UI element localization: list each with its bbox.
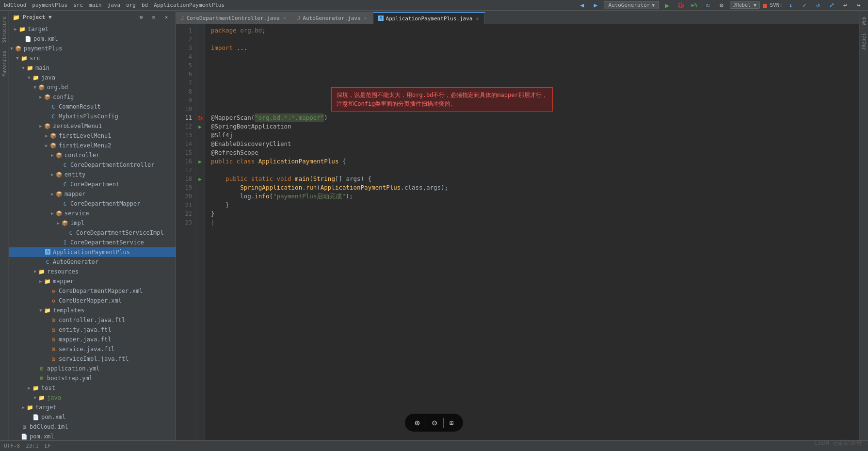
- web-tab[interactable]: Web: [860, 13, 868, 29]
- tree-item-mapper-res[interactable]: ▶ 📁 mapper: [9, 276, 176, 286]
- tree-item-src[interactable]: ▼ 📁 src: [9, 53, 176, 63]
- coverage-button[interactable]: ▶%: [689, 0, 700, 11]
- redo-icon[interactable]: ↪: [853, 0, 864, 11]
- menu-src[interactable]: src: [73, 2, 83, 8]
- tree-item-service-pkg[interactable]: ▶ 📦 service: [9, 209, 176, 218]
- run-config-dropdown[interactable]: AutoGenerator ▼: [604, 1, 659, 9]
- tree-item-coredepartmentcontroller[interactable]: C CoreDepartmentController: [9, 160, 176, 170]
- tree-item-coredepartmentmapper[interactable]: C CoreDepartmentMapper: [9, 199, 176, 209]
- tree-item-coreusermapper-xml[interactable]: ⚙ CoreUserMapper.xml: [9, 296, 176, 306]
- tree-item-entity[interactable]: ▶ 📦 entity: [9, 170, 176, 179]
- tree-item-test[interactable]: ▶ 📁 test: [9, 383, 176, 393]
- favorites-tab[interactable]: Favorites: [0, 47, 8, 81]
- tree-item-pom-paymentplus[interactable]: 📄 pom.xml: [9, 412, 176, 422]
- svn-update-icon[interactable]: ↓: [786, 0, 796, 11]
- tree-item-impl-pkg[interactable]: ▶ 📦 impl: [9, 218, 176, 228]
- menu-paymentplus[interactable]: paymentPlus: [32, 2, 67, 8]
- tree-item-target-root[interactable]: ▶ 📁 target: [9, 24, 176, 34]
- tree-item-templates[interactable]: ▼ 📁 templates: [9, 306, 176, 315]
- tree-item-org-bd[interactable]: ▼ 📦 org.bd: [9, 82, 176, 92]
- zoom-in-button[interactable]: ⊕: [409, 416, 426, 430]
- debug-button[interactable]: 🐞: [675, 0, 686, 11]
- tree-item-coredeptserviceimpl[interactable]: C CoreDepartmentServiceImpl: [9, 228, 176, 238]
- code-line-11: @MapperScan("org.bd.*.*.mapper"): [211, 113, 853, 122]
- tree-item-autogenerator[interactable]: C AutoGenerator: [9, 257, 176, 267]
- tree-item-config[interactable]: ▶ 📦 config: [9, 92, 176, 102]
- tab-close-button[interactable]: ×: [363, 15, 368, 21]
- sidebar-settings-icon[interactable]: ⚙: [136, 12, 146, 23]
- tree-arrow: ▼: [20, 65, 26, 71]
- tree-label: pom.xml: [33, 35, 58, 42]
- undo-icon[interactable]: ↩: [840, 0, 851, 11]
- tree-item-java[interactable]: ▼ 📁 java: [9, 73, 176, 82]
- tab-applicationpaymentplus[interactable]: 🅰 ApplicationPaymentPlus.java ×: [373, 12, 485, 24]
- forward-icon[interactable]: ▶: [590, 0, 601, 11]
- tree-item-coredeptservice[interactable]: I CoreDepartmentService: [9, 238, 176, 247]
- zoom-out-button[interactable]: ⊖: [426, 416, 443, 430]
- tree-item-entity-ftl[interactable]: 🗎 entity.java.ftl: [9, 325, 176, 335]
- sidebar-collapse-icon[interactable]: ≡: [148, 12, 159, 23]
- tree-item-mybatisplusconfig[interactable]: C MybatisPlusConfig: [9, 112, 176, 121]
- tab-close-button[interactable]: ×: [475, 16, 480, 22]
- tree-item-resources[interactable]: ▼ 📁 resources: [9, 267, 176, 276]
- run-button[interactable]: ▶: [662, 0, 673, 11]
- menu-main[interactable]: main: [89, 2, 102, 8]
- menu-org[interactable]: org: [126, 2, 136, 8]
- svn-commit-icon[interactable]: ✓: [799, 0, 810, 11]
- tree-item-pom-root2[interactable]: 📄 pom.xml: [9, 432, 176, 440]
- tree-label: pom.xml: [30, 433, 54, 440]
- menu-bdcloud[interactable]: bdCloud: [4, 2, 26, 8]
- tree-item-bootstrap-yml[interactable]: 🗎 bootstrap.yml: [9, 373, 176, 383]
- tree-item-applicationpaymentplus[interactable]: 🅰 ApplicationPaymentPlus: [9, 247, 176, 257]
- settings-icon[interactable]: ⚙: [716, 0, 727, 11]
- reload-button[interactable]: ↻: [703, 0, 713, 11]
- menu-bd[interactable]: bd: [142, 2, 148, 8]
- tree-item-zerolevelmenu1[interactable]: ▶ 📦 zeroLevelMenu1: [9, 121, 176, 131]
- jrebel-button[interactable]: JRebel ▼: [730, 1, 760, 9]
- tree-arrow: ▼: [26, 75, 32, 81]
- run-gutter-icon[interactable]: ▶: [198, 124, 202, 130]
- sidebar-close-icon[interactable]: ✕: [161, 12, 172, 23]
- tree-label: serviceImpl.java.ftl: [59, 355, 129, 362]
- tree-item-pom-root[interactable]: 📄 pom.xml: [9, 34, 176, 44]
- class-icon: C: [61, 161, 69, 169]
- tab-close-button[interactable]: ×: [282, 15, 287, 21]
- tree-label: firstLevelMenu2: [59, 142, 111, 149]
- tab-autogenerator[interactable]: J AutoGenerator.java ×: [292, 12, 373, 24]
- tree-item-mapper-ftl[interactable]: 🗎 mapper.java.ftl: [9, 335, 176, 344]
- tree-item-bdcloud-iml[interactable]: 🗎 bdCloud.iml: [9, 422, 176, 432]
- tree-arrow: [44, 327, 49, 333]
- tree-item-commonresult[interactable]: C CommonResult: [9, 102, 176, 112]
- tree-label: target: [28, 26, 48, 32]
- tree-item-test-java[interactable]: ▼ 📁 java: [9, 393, 176, 403]
- menu-java[interactable]: java: [108, 2, 121, 8]
- zoom-reset-button[interactable]: ⊞: [444, 417, 459, 429]
- tree-item-coredepartment[interactable]: C CoreDepartment: [9, 179, 176, 189]
- stop-button[interactable]: ■: [763, 1, 767, 9]
- tree-item-main[interactable]: ▼ 📁 main: [9, 63, 176, 73]
- menu-applicationpaymentplus[interactable]: ApplicationPaymentPlus: [154, 2, 225, 8]
- tree-item-service-ftl[interactable]: 🗎 service.java.ftl: [9, 344, 176, 354]
- jrebel-side-tab[interactable]: JRebel: [860, 29, 868, 54]
- svn-diff-icon[interactable]: ⤢: [826, 0, 837, 11]
- tree-item-paymentplus[interactable]: ▼ 📦 paymentPlus: [9, 44, 176, 53]
- tree-item-target[interactable]: ▶ 📁 target: [9, 403, 176, 412]
- run-gutter-icon3[interactable]: ▶: [198, 176, 202, 182]
- back-icon[interactable]: ◀: [577, 0, 587, 11]
- tree-item-mapper-pkg[interactable]: ▶ 📦 mapper: [9, 189, 176, 199]
- tab-coredeptcontroller[interactable]: J CoreDepartmentController.java ×: [176, 12, 292, 24]
- tree-item-firstlevelmenu2[interactable]: ▶ 📦 firstLevelMenu2: [9, 141, 176, 150]
- tree-item-application-yml[interactable]: 🗎 application.yml: [9, 364, 176, 373]
- tree-item-controller[interactable]: ▶ 📦 controller: [9, 150, 176, 160]
- tree-item-controller-ftl[interactable]: 🗎 controller.java.ftl: [9, 315, 176, 325]
- structure-tab[interactable]: Structure: [0, 13, 8, 47]
- tree-label: CoreDepartmentMapper: [70, 200, 141, 207]
- svn-history-icon[interactable]: ↺: [813, 0, 823, 11]
- tree-item-coredeptmapper-xml[interactable]: ⚙ CoreDepartmentMapper.xml: [9, 286, 176, 296]
- class-icon: C: [61, 180, 69, 188]
- run-gutter-icon2[interactable]: ▶: [198, 159, 202, 165]
- code-line-4: [211, 52, 853, 61]
- tree-item-firstlevelmenu1[interactable]: ▶ 📦 firstLevelMenu1: [9, 131, 176, 141]
- tree-item-serviceimpl-ftl[interactable]: 🗎 serviceImpl.java.ftl: [9, 354, 176, 364]
- code-content[interactable]: package org.bd; import ... @MapperSc: [205, 24, 859, 440]
